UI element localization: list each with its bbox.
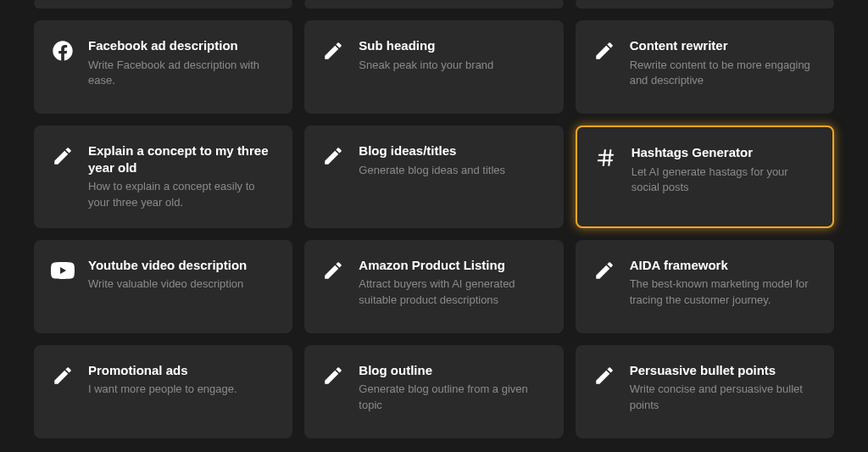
card-title: Hashtags Generator (632, 144, 815, 161)
card-title: Sub heading (359, 37, 546, 54)
card-sub-heading[interactable]: Sub heading Sneak peak into your brand (304, 20, 563, 114)
card-stub[interactable] (576, 0, 834, 8)
pencil-icon (593, 364, 616, 388)
card-promotional-ads[interactable]: Promotional ads I want more people to en… (34, 345, 292, 438)
card-desc: Write Facebook ad description with ease. (88, 58, 275, 90)
card-title: Blog outline (359, 362, 546, 379)
card-desc: I want more people to engage. (88, 382, 275, 398)
pencil-icon (51, 364, 75, 388)
template-grid: Facebook ad description Write Facebook a… (34, 20, 834, 438)
card-desc: Write valuable video description (88, 276, 275, 293)
facebook-icon (51, 39, 75, 63)
pencil-icon (321, 364, 345, 388)
pencil-icon (321, 259, 345, 282)
card-desc: The best-known marketing model for traci… (630, 276, 817, 309)
card-stub[interactable] (34, 0, 292, 8)
card-title: Explain a concept to my three year old (88, 142, 275, 176)
card-stub[interactable] (304, 0, 563, 8)
card-title: AIDA framework (630, 257, 817, 274)
pencil-icon (321, 39, 345, 63)
card-desc: Let AI generate hastags for your social … (632, 165, 815, 197)
card-facebook-ad-description[interactable]: Facebook ad description Write Facebook a… (34, 20, 292, 114)
card-desc: Generate blog ideas and titles (359, 163, 546, 179)
card-title: Blog ideas/titles (359, 142, 546, 159)
pencil-icon (593, 39, 616, 63)
pencil-icon (321, 144, 345, 168)
pencil-icon (593, 259, 616, 282)
card-youtube-description[interactable]: Youtube video description Write valuable… (34, 240, 292, 333)
card-title: Facebook ad description (88, 37, 275, 54)
card-desc: Sneak peak into your brand (359, 58, 546, 74)
pencil-icon (51, 144, 75, 168)
card-desc: Write concise and persuasive bullet poin… (630, 382, 817, 414)
card-title: Amazon Product Listing (359, 257, 546, 274)
card-persuasive-bullets[interactable]: Persuasive bullet points Write concise a… (576, 345, 834, 438)
youtube-icon (51, 259, 75, 282)
hashtag-icon (594, 146, 618, 170)
card-title: Promotional ads (88, 362, 275, 379)
card-hashtags-generator[interactable]: Hashtags Generator Let AI generate hasta… (576, 126, 834, 228)
card-title: Content rewriter (630, 37, 817, 54)
card-desc: Generate blog outline from a given topic (359, 382, 546, 414)
card-title: Youtube video description (88, 257, 275, 274)
card-desc: How to explain a concept easily to your … (88, 179, 275, 211)
card-desc: Attract buyers with AI generated suitabl… (359, 276, 546, 309)
card-aida-framework[interactable]: AIDA framework The best-known marketing … (576, 240, 834, 333)
card-blog-outline[interactable]: Blog outline Generate blog outline from … (304, 345, 563, 438)
card-blog-ideas[interactable]: Blog ideas/titles Generate blog ideas an… (304, 126, 563, 228)
card-explain-concept[interactable]: Explain a concept to my three year old H… (34, 126, 292, 228)
card-title: Persuasive bullet points (630, 362, 817, 379)
card-content-rewriter[interactable]: Content rewriter Rewrite content to be m… (576, 20, 834, 114)
card-desc: Rewrite content to be more engaging and … (630, 58, 817, 90)
card-amazon-listing[interactable]: Amazon Product Listing Attract buyers wi… (304, 240, 563, 333)
